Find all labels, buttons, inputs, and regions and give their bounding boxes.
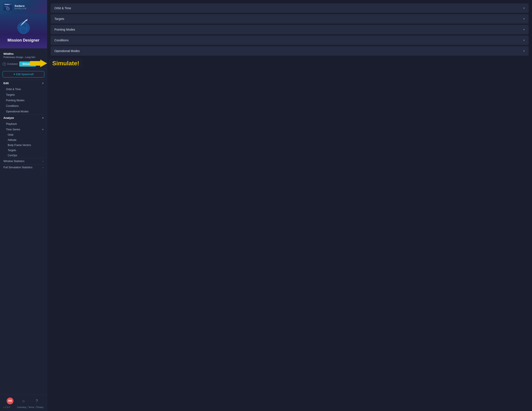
accordion-orbit-time-label: Orbit & Time bbox=[54, 6, 71, 10]
footer-links: Licensing | Terms | Privacy bbox=[17, 406, 43, 408]
edit-section-label: Edit bbox=[3, 82, 9, 85]
sidebar-item-targets[interactable]: Targets bbox=[0, 92, 47, 98]
edit-chevron-icon: ▾ bbox=[42, 82, 43, 85]
analyze-section: Analyze ▾ Playback Time Series ▾ Orbit A… bbox=[0, 114, 47, 158]
terms-link[interactable]: Terms bbox=[28, 406, 34, 408]
sidebar-item-conditions[interactable]: Conditions bbox=[0, 103, 47, 109]
logo-text: Sedaro Satellite bbox=[15, 4, 27, 10]
refresh-icon: ↺ bbox=[3, 62, 6, 66]
footer-version-bar: v 1.6.0 Licensing | Terms | Privacy bbox=[3, 406, 43, 408]
full-sim-arrow-icon: › bbox=[43, 166, 43, 169]
accordion-pointing-modes-label: Pointing Modes bbox=[54, 28, 75, 31]
sidebar-item-orbit-time[interactable]: Orbit & Time bbox=[0, 86, 47, 92]
svg-marker-11 bbox=[26, 19, 28, 21]
sidebar-item-attitude[interactable]: Attitude bbox=[0, 137, 47, 143]
edit-section-header[interactable]: Edit ▾ bbox=[0, 80, 47, 86]
accordion-orbit-time-header[interactable]: Orbit & Time ▾ bbox=[50, 3, 529, 13]
outdated-label: Outdated bbox=[7, 63, 18, 65]
privacy-link[interactable]: Privacy bbox=[36, 406, 43, 408]
time-series-chevron-icon: ▾ bbox=[42, 128, 43, 131]
analyze-chevron-icon: ▾ bbox=[42, 116, 43, 120]
accordion-targets-label: Targets bbox=[54, 17, 64, 20]
analyze-section-header[interactable]: Analyze ▾ bbox=[0, 114, 47, 121]
sidebar-item-pointing-modes[interactable]: Pointing Modes bbox=[0, 98, 47, 103]
mission-designer-label: Mission Designer bbox=[8, 38, 39, 43]
sidebar-item-playback[interactable]: Playback bbox=[0, 121, 47, 127]
mission-sub: Preliminary Design - Long Sim bbox=[3, 56, 43, 58]
sidebar-item-targets[interactable]: Targets bbox=[0, 148, 47, 153]
sidebar-item-operational-modes[interactable]: Operational Modes bbox=[0, 109, 47, 114]
accordion-conditions-label: Conditions bbox=[54, 38, 68, 42]
mission-globe-icon bbox=[15, 19, 32, 36]
time-series-label: Time Series bbox=[6, 128, 20, 131]
mission-banner: Mission Designer bbox=[0, 14, 47, 48]
analyze-section-label: Analyze bbox=[3, 116, 14, 120]
accordion-conditions-header[interactable]: Conditions ▾ bbox=[50, 36, 529, 45]
time-series-section-header[interactable]: Time Series ▾ bbox=[0, 127, 47, 132]
mission-name-section: Wildfire Preliminary Design - Long Sim bbox=[0, 48, 47, 59]
svg-text:Sedaro: Sedaro bbox=[4, 4, 10, 5]
sidebar-header: Sedaro Satellite Sedaro Satellite bbox=[0, 0, 47, 14]
sidebar-item-window-statistics[interactable]: Window Statistics › bbox=[0, 158, 47, 164]
edit-section: Edit ▾ Orbit & Time Targets Pointing Mod… bbox=[0, 80, 47, 114]
accordion-operational-modes-header[interactable]: Operational Modes ▾ bbox=[50, 46, 529, 56]
sidebar-item-full-sim-statistics[interactable]: Full Simulation Statistics › bbox=[0, 164, 47, 170]
accordion-pointing-modes: Pointing Modes ▾ bbox=[50, 25, 529, 34]
window-stats-arrow-icon: › bbox=[43, 160, 43, 163]
accordion-pointing-modes-header[interactable]: Pointing Modes ▾ bbox=[50, 25, 529, 34]
home-icon[interactable]: ⌂ bbox=[20, 398, 27, 404]
edit-spacecraft-button[interactable]: ✦ Edit Spacecraft bbox=[3, 71, 44, 77]
sidebar-item-conops[interactable]: ConOps bbox=[0, 153, 47, 158]
accordion-pointing-modes-chevron: ▾ bbox=[523, 28, 525, 31]
logo-title: Sedaro bbox=[15, 4, 27, 8]
sidebar-item-orbit[interactable]: Orbit bbox=[0, 132, 47, 137]
accordion-targets-chevron: ▾ bbox=[523, 17, 525, 20]
accordion-operational-modes-label: Operational Modes bbox=[54, 49, 80, 53]
sidebar-item-body-frame-vectors[interactable]: Body Frame Vectors bbox=[0, 143, 47, 148]
sedaro-logo-icon: Sedaro Satellite bbox=[3, 3, 12, 11]
accordion-targets: Targets ▾ bbox=[50, 14, 529, 24]
version-label: v 1.6.0 bbox=[3, 406, 10, 408]
licensing-link[interactable]: Licensing bbox=[17, 406, 26, 408]
accordion-conditions: Conditions ▾ bbox=[50, 36, 529, 45]
accordion-targets-header[interactable]: Targets ▾ bbox=[50, 14, 529, 24]
main-content: Orbit & Time ▾ Targets ▾ Pointing Modes … bbox=[47, 0, 532, 411]
sidebar-footer: RR ⌂ ? v 1.6.0 Licensing | Terms | Priva… bbox=[0, 395, 47, 411]
simulate-bar: ↺ Outdated Simulate bbox=[0, 59, 47, 69]
mission-name: Wildfire bbox=[3, 52, 43, 56]
avatar[interactable]: RR bbox=[7, 398, 13, 404]
accordion-operational-modes: Operational Modes ▾ bbox=[50, 46, 529, 56]
accordion-conditions-chevron: ▾ bbox=[523, 39, 525, 42]
help-icon[interactable]: ? bbox=[33, 398, 40, 404]
accordion-orbit-time-chevron: ▾ bbox=[523, 7, 525, 10]
simulate-button[interactable]: Simulate bbox=[19, 61, 36, 66]
outdated-indicator: ↺ Outdated bbox=[3, 62, 18, 66]
sidebar: Sedaro Satellite Sedaro Satellite Missio… bbox=[0, 0, 47, 411]
footer-icons: RR ⌂ ? bbox=[3, 398, 43, 404]
accordion-orbit-time: Orbit & Time ▾ bbox=[50, 3, 529, 13]
accordion-operational-modes-chevron: ▾ bbox=[523, 49, 525, 52]
logo-subtitle: Satellite bbox=[15, 8, 27, 10]
